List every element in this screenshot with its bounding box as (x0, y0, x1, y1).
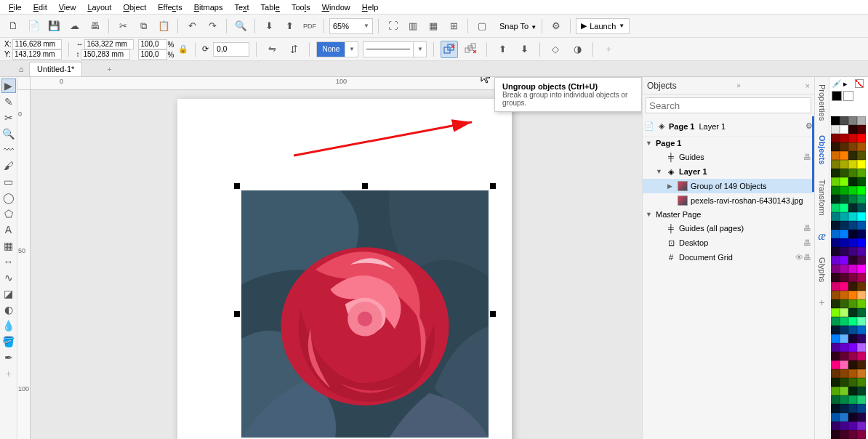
color-swatch[interactable] (857, 212, 866, 221)
pick-tool[interactable]: ▶ (1, 78, 16, 93)
x-position-field[interactable] (12, 39, 62, 49)
color-swatch[interactable] (848, 343, 857, 352)
mirror-horizontal-button[interactable]: ⇋ (263, 41, 281, 58)
color-swatch[interactable] (857, 177, 866, 186)
color-swatch[interactable] (831, 116, 840, 125)
eyedropper-tool[interactable]: 💧 (1, 318, 16, 333)
color-swatch[interactable] (848, 387, 857, 395)
menu-layout[interactable]: Layout (81, 1, 117, 13)
color-swatch[interactable] (840, 404, 848, 413)
color-swatch[interactable] (857, 282, 866, 291)
color-swatch[interactable] (840, 430, 848, 439)
color-swatch[interactable] (831, 387, 840, 395)
color-swatch[interactable] (831, 195, 840, 204)
color-swatch[interactable] (848, 195, 857, 204)
color-swatch[interactable] (831, 151, 840, 160)
color-swatch[interactable] (831, 291, 840, 299)
docker-tab-glyphs[interactable]: Glyphs (816, 253, 828, 286)
fullscreen-button[interactable]: ⛶ (384, 17, 401, 35)
color-swatch[interactable] (831, 212, 840, 221)
outline-tool[interactable]: ✒ (1, 350, 16, 365)
color-swatch[interactable] (840, 343, 848, 352)
undo-button[interactable]: ↶ (183, 17, 201, 35)
color-swatch[interactable] (840, 334, 848, 343)
color-swatch[interactable] (848, 230, 857, 238)
color-swatch[interactable] (857, 221, 866, 230)
layer-selector-icon[interactable]: ◈ (659, 121, 664, 131)
shape-tool[interactable]: ✎ (1, 94, 16, 109)
color-swatch[interactable] (848, 430, 857, 439)
color-swatch[interactable] (840, 265, 848, 273)
to-back-button[interactable]: ⬇ (515, 41, 533, 58)
selected-artwork[interactable] (241, 190, 489, 438)
color-swatch[interactable] (831, 317, 840, 326)
color-swatch[interactable] (848, 238, 857, 247)
color-swatch[interactable] (857, 265, 866, 273)
color-swatch[interactable] (831, 361, 840, 369)
color-swatch[interactable] (840, 387, 848, 395)
height-field[interactable] (81, 49, 130, 60)
docker-tab-objects[interactable]: Objects (816, 131, 828, 169)
color-swatch[interactable] (857, 413, 866, 422)
table-tool[interactable]: ▦ (1, 238, 16, 253)
show-rulers-button[interactable]: ▥ (404, 17, 422, 35)
color-swatch[interactable] (831, 404, 840, 413)
color-swatch[interactable] (848, 326, 857, 334)
color-swatch[interactable] (831, 299, 840, 308)
color-swatch[interactable] (857, 422, 866, 430)
copy-button[interactable]: ⧉ (134, 17, 152, 35)
rotation-field[interactable] (213, 42, 249, 57)
color-swatch[interactable] (831, 378, 840, 387)
scale-x-field[interactable] (138, 39, 167, 49)
color-swatch[interactable] (831, 430, 840, 439)
color-swatch[interactable] (857, 247, 866, 256)
color-swatch[interactable] (857, 256, 866, 265)
color-swatch[interactable] (831, 395, 840, 404)
color-swatch[interactable] (831, 326, 840, 334)
lock-ratio-icon[interactable]: 🔒 (178, 41, 188, 58)
tree-node-root[interactable]: ▼Page 1 (643, 137, 814, 150)
dimension-tool[interactable]: ↔ (1, 254, 16, 269)
objects-search-input[interactable] (646, 97, 811, 113)
tree-node-group[interactable]: ▶Group of 149 Objects (643, 179, 814, 193)
menu-bitmaps[interactable]: Bitmaps (188, 1, 229, 13)
ellipse-tool[interactable]: ◯ (1, 190, 16, 205)
snap-off-button[interactable]: ▢ (473, 17, 491, 35)
color-swatch[interactable] (848, 369, 857, 378)
tree-node-root[interactable]: ▼Master Page (643, 208, 814, 221)
outline-color-dropdown[interactable]: ▼ (345, 41, 358, 57)
color-swatch[interactable] (840, 160, 848, 169)
no-color-swatch[interactable] (855, 79, 864, 88)
color-swatch[interactable] (831, 265, 840, 273)
color-swatch[interactable] (857, 352, 866, 361)
menu-view[interactable]: View (53, 1, 82, 13)
toolbox-plus[interactable]: + (1, 366, 16, 381)
color-swatch[interactable] (840, 282, 848, 291)
snap-to-menu[interactable]: Snap To ▼ (499, 22, 537, 31)
mirror-vertical-button[interactable]: ⇵ (285, 41, 302, 58)
page-selector-icon[interactable]: 📄 (644, 121, 654, 131)
publish-pdf-button[interactable]: PDF (301, 17, 318, 35)
color-swatch[interactable] (857, 395, 866, 404)
outline-style-button[interactable] (363, 41, 414, 57)
color-swatch[interactable] (848, 204, 857, 212)
color-swatch[interactable] (857, 308, 866, 317)
color-swatch[interactable] (848, 160, 857, 169)
color-swatch[interactable] (848, 422, 857, 430)
color-swatch[interactable] (848, 334, 857, 343)
docker-tab-transform[interactable]: Transform (816, 175, 828, 220)
ruler-vertical[interactable]: 050100 (17, 90, 31, 439)
color-swatch[interactable] (848, 308, 857, 317)
y-position-field[interactable] (12, 49, 62, 60)
color-swatch[interactable] (840, 256, 848, 265)
color-swatch[interactable] (857, 326, 866, 334)
options-button[interactable]: ⚙ (547, 17, 565, 35)
new-document-button[interactable]: 🗋 (4, 17, 22, 35)
freehand-tool[interactable]: 〰 (1, 142, 16, 157)
transparency-tool[interactable]: ◐ (1, 302, 16, 317)
color-swatch[interactable] (840, 116, 848, 125)
color-swatch[interactable] (831, 369, 840, 378)
cloud-button[interactable]: ☁ (65, 17, 83, 35)
color-swatch[interactable] (848, 395, 857, 404)
color-swatch[interactable] (840, 247, 848, 256)
